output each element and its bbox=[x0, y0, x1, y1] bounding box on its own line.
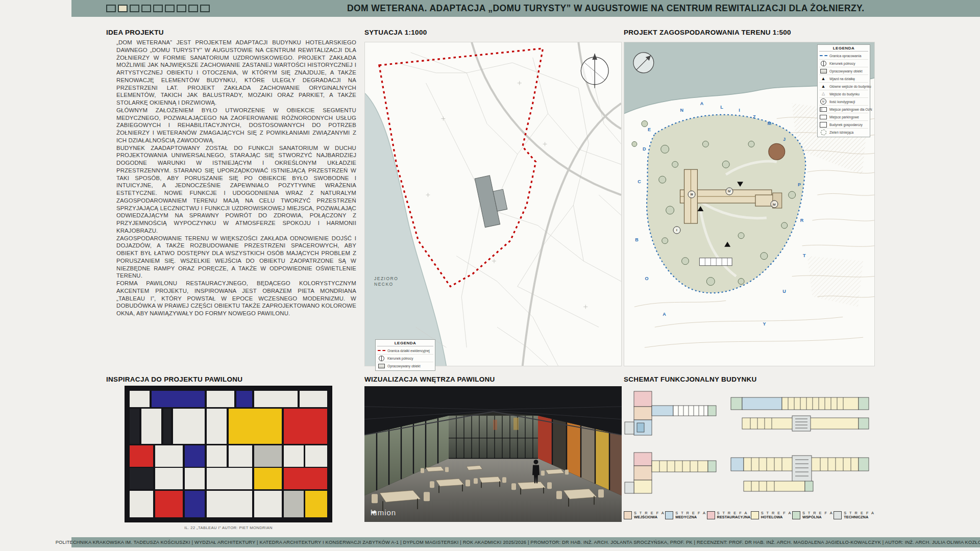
mondrian-cell bbox=[254, 491, 282, 517]
legend-label: Miejsce parkingowe bbox=[829, 115, 859, 119]
dash-red-icon bbox=[377, 348, 385, 354]
mondrian-cell bbox=[163, 409, 171, 444]
legend-row: ▲Główne wejście do budynku bbox=[819, 83, 868, 90]
zone-color-swatch bbox=[624, 511, 632, 519]
zone-label: S T R E F AWEJŚCIOWA bbox=[634, 511, 665, 520]
mondrian-cell bbox=[254, 391, 298, 407]
lake-label: JEZIORO NECKO bbox=[374, 276, 398, 287]
zone-color-swatch bbox=[707, 511, 715, 519]
presentation-board: DOM WETERANA. ADAPTACJA „DOMU TURYSTY” W… bbox=[0, 0, 980, 551]
mondrian-cell bbox=[254, 468, 282, 489]
footer-credits: POLITECHNIKA KRAKOWSKA IM. TADEUSZA KOŚC… bbox=[56, 540, 980, 545]
idea-text-block: „DOM WETERANA” JEST PROJEKTEM ADAPTACJI … bbox=[116, 39, 356, 317]
idea-paragraph: FORMA PAWILONU RESTAURACYJNEGO, BĘDĄCEGO… bbox=[116, 280, 356, 317]
mondrian-cells bbox=[130, 391, 327, 517]
storey-count-marker: IV bbox=[771, 201, 778, 208]
zone-label: S T R E F ATECHNICZNA bbox=[844, 511, 875, 520]
page-square-8 bbox=[188, 5, 198, 12]
zone-legend-item: S T R E F AWEJŚCIOWA bbox=[624, 511, 665, 520]
mondrian-cell bbox=[130, 445, 153, 467]
interior-render: lumion bbox=[364, 386, 622, 522]
mondrian-cell bbox=[185, 491, 205, 517]
header-bar: DOM WETERANA. ADAPTACJA „DOMU TURYSTY” W… bbox=[71, 0, 980, 17]
mondrian-cell bbox=[207, 409, 227, 444]
legend-row: IVIlość kondygnacji bbox=[819, 98, 868, 106]
rect-icon bbox=[819, 114, 827, 120]
existing-building-footprint bbox=[475, 173, 510, 228]
zagospodarowanie-heading: PROJEKT ZAGOSPODAROWANIA TERENU 1:500 bbox=[624, 29, 791, 36]
mondrian-painting bbox=[125, 386, 332, 522]
mondrian-cell bbox=[284, 491, 304, 517]
rect-ozn-icon bbox=[819, 107, 827, 112]
site-map-1-1000: JEZIORO NECKO LEGENDA Granica działki ew… bbox=[364, 42, 622, 366]
mondrian-cell bbox=[130, 409, 139, 444]
red-glass-pane bbox=[538, 416, 552, 465]
plan-lower-left bbox=[625, 453, 716, 493]
zone-label: S T R E F AMEDYCZNA bbox=[675, 511, 706, 520]
zagospodarowanie-legend: LEGENDA Granica opracowaniaKierunek półn… bbox=[817, 44, 870, 137]
legend-label: Zieleń istniejąca bbox=[829, 131, 853, 134]
legend-title: LEGENDA bbox=[819, 46, 868, 52]
sytuacja-heading: SYTUACJA 1:1000 bbox=[364, 29, 427, 36]
painting-caption: IL. 22 „TABLEAU I” AUTOR: PIET MONDRIAN bbox=[125, 525, 332, 530]
mondrian-cell bbox=[155, 468, 183, 489]
legend-label: Wjazd na działkę bbox=[829, 77, 855, 81]
mondrian-cell bbox=[300, 391, 327, 407]
tri-open-icon: △ bbox=[819, 91, 827, 97]
rect-lg-icon bbox=[819, 122, 827, 128]
mondrian-cell bbox=[305, 445, 327, 467]
mondrian-cell bbox=[155, 491, 183, 517]
zone-color-swatch bbox=[751, 511, 759, 519]
roman-icon: IV bbox=[819, 99, 827, 105]
inspiracja-heading: INSPIRACJA DO PROJEKTU PAWILONU bbox=[106, 375, 242, 383]
legend-label: Miejsce parkingowe dla OzN bbox=[829, 108, 872, 111]
mondrian-cell bbox=[236, 391, 252, 407]
mondrian-cell bbox=[207, 445, 227, 467]
mondrian-cell bbox=[207, 391, 234, 407]
sytuacja-legend: LEGENDA Granica działki ewidencyjnejKier… bbox=[375, 339, 435, 371]
zone-color-swatch bbox=[834, 511, 842, 519]
legend-row: △Wejście do budynku bbox=[819, 90, 868, 98]
legend-row: Opracowywany obiekt bbox=[819, 67, 868, 75]
yellow-glass-pane bbox=[595, 429, 609, 490]
zone-label: S T R E F AHOTELOWA bbox=[761, 511, 792, 520]
legend-row: Opracowywany obiekt bbox=[377, 362, 433, 369]
wizualizacja-heading: WIZUALIZACJA WNĘTRZA PAWILONU bbox=[364, 375, 495, 383]
mondrian-cell bbox=[130, 391, 150, 407]
legend-label: Główne wejście do budynku bbox=[829, 85, 871, 88]
footer-bar: POLITECHNIKA KRAKOWSKA IM. TADEUSZA KOŚC… bbox=[71, 537, 980, 547]
idea-heading: IDEA PROJEKTU bbox=[106, 29, 164, 36]
mondrian-cell bbox=[305, 491, 327, 517]
north-icon bbox=[377, 356, 385, 361]
tri-icon: ▲ bbox=[819, 84, 827, 89]
lumion-logo-icon bbox=[371, 508, 377, 515]
mondrian-cell bbox=[207, 468, 252, 489]
storey-count-marker: IV bbox=[725, 187, 733, 195]
legend-row: Kierunek północy bbox=[819, 60, 868, 67]
page-square-3 bbox=[130, 5, 139, 12]
page-square-2 bbox=[118, 5, 128, 12]
mondrian-cell bbox=[229, 409, 282, 444]
legend-row: Zieleń istniejąca bbox=[819, 129, 868, 136]
page-square-5 bbox=[153, 5, 163, 12]
lumion-watermark: lumion bbox=[371, 508, 396, 517]
legend-label: Ilość kondygnacji bbox=[829, 100, 855, 104]
legend-row: Granica działki ewidencyjnej bbox=[377, 347, 433, 355]
zone-legend-item: S T R E F AHOTELOWA bbox=[751, 511, 792, 520]
legend-row: Miejsce parkingowe dla OzN bbox=[819, 106, 868, 113]
legend-label: Budynek gospodarczy bbox=[829, 123, 863, 127]
mondrian-cell bbox=[130, 491, 153, 517]
legend-label: Granica opracowania bbox=[829, 54, 861, 58]
idea-paragraph: ZAGOSPODAROWANIE TERENU W WIĘKSZOŚCI ZAK… bbox=[116, 235, 356, 280]
mondrian-cell bbox=[173, 409, 205, 444]
lake-water bbox=[365, 93, 446, 366]
mondrian-cell bbox=[141, 409, 161, 444]
legend-row: Kierunek północy bbox=[377, 355, 433, 362]
legend-title: LEGENDA bbox=[377, 341, 433, 346]
storey-count-marker: I bbox=[673, 226, 680, 234]
mondrian-cell bbox=[185, 468, 205, 489]
plan-upper-right bbox=[731, 397, 869, 431]
north-icon bbox=[819, 61, 827, 66]
mondrian-cell bbox=[207, 491, 252, 517]
legend-label: Opracowywany obiekt bbox=[829, 69, 863, 73]
